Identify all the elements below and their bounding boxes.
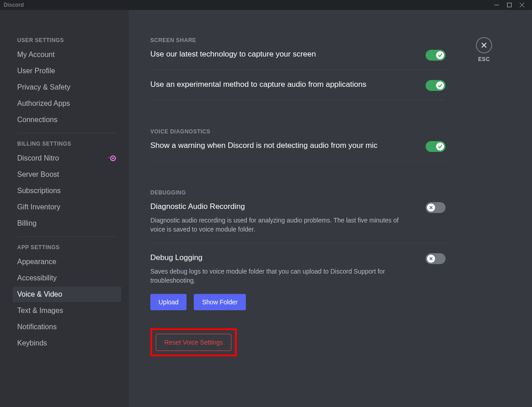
sidebar-item-keybinds[interactable]: Keybinds — [13, 336, 121, 351]
sidebar-item-label: Authorized Apps — [17, 99, 70, 108]
sidebar-item-user-profile[interactable]: User Profile — [13, 63, 121, 79]
nitro-badge-icon — [107, 155, 117, 161]
sidebar-item-label: Billing — [17, 219, 37, 228]
sidebar-item-label: Accessibility — [17, 274, 57, 283]
setting-debug-logging-title: Debug Logging — [150, 252, 415, 263]
sidebar-divider — [17, 237, 117, 237]
divider — [150, 161, 446, 161]
category-voice-diagnostics: VOICE DIAGNOSTICS — [150, 128, 446, 135]
sidebar-section-header-billing: BILLING SETTINGS — [17, 141, 117, 147]
window-maximize-button[interactable] — [503, 0, 516, 10]
divider — [150, 100, 446, 100]
divider — [150, 243, 446, 243]
sidebar-item-server-boost[interactable]: Server Boost — [13, 167, 121, 182]
sidebar-item-my-account[interactable]: My Account — [13, 47, 121, 62]
sidebar-item-accessibility[interactable]: Accessibility — [13, 270, 121, 286]
toggle-mic-warning[interactable] — [426, 141, 446, 152]
check-icon — [438, 83, 442, 88]
settings-content: SCREEN SHARE Use our latest technology t… — [129, 10, 464, 407]
titlebar: Discord — [0, 0, 532, 10]
minimize-icon — [494, 3, 499, 7]
setting-diagnostic-recording-desc: Diagnostic audio recording is used for a… — [150, 216, 415, 234]
svg-rect-0 — [508, 3, 512, 7]
check-icon — [438, 144, 442, 149]
sidebar-item-discord-nitro[interactable]: Discord Nitro — [13, 151, 121, 166]
sidebar-item-label: Voice & Video — [17, 290, 62, 299]
sidebar-item-connections[interactable]: Connections — [13, 112, 121, 128]
sidebar-item-privacy-safety[interactable]: Privacy & Safety — [13, 80, 121, 95]
svg-point-2 — [112, 157, 114, 159]
setting-experimental-audio-capture-title: Use an experimental method to capture au… — [150, 79, 366, 90]
window-minimize-button[interactable] — [490, 0, 503, 10]
app-brand: Discord — [4, 2, 24, 8]
sidebar-item-label: Text & Images — [17, 306, 63, 315]
setting-latest-capture-tech-title: Use our latest technology to capture you… — [150, 49, 316, 60]
reset-voice-settings-button[interactable]: Reset Voice Settings — [156, 334, 231, 351]
sidebar-item-label: Notifications — [17, 322, 57, 331]
sidebar-item-label: Privacy & Safety — [17, 83, 70, 92]
sidebar-item-label: My Account — [17, 50, 55, 59]
sidebar-item-label: Gift Inventory — [17, 203, 60, 212]
close-icon — [520, 3, 524, 7]
setting-mic-warning-title: Show a warning when Discord is not detec… — [150, 140, 378, 151]
reset-highlight-box: Reset Voice Settings — [150, 328, 237, 356]
check-icon — [438, 53, 442, 57]
x-icon — [429, 256, 433, 261]
setting-diagnostic-recording-title: Diagnostic Audio Recording — [150, 201, 415, 212]
close-settings-button[interactable] — [476, 37, 492, 53]
setting-debug-logging-desc: Saves debug logs to voice module folder … — [150, 267, 415, 285]
sidebar-item-label: Subscriptions — [17, 186, 61, 195]
show-folder-button[interactable]: Show Folder — [194, 294, 246, 310]
toggle-diagnostic-recording[interactable] — [426, 202, 446, 213]
sidebar-item-subscriptions[interactable]: Subscriptions — [13, 183, 121, 199]
sidebar-item-gift-inventory[interactable]: Gift Inventory — [13, 199, 121, 215]
sidebar-section-header-user: USER SETTINGS — [17, 37, 117, 43]
sidebar-item-label: Discord Nitro — [17, 154, 59, 163]
sidebar-item-appearance[interactable]: Appearance — [13, 254, 121, 270]
sidebar-item-label: Connections — [17, 115, 58, 124]
close-icon — [480, 42, 488, 49]
toggle-latest-capture-tech[interactable] — [426, 50, 446, 61]
settings-sidebar: USER SETTINGS My Account User Profile Pr… — [0, 10, 129, 407]
sidebar-item-text-images[interactable]: Text & Images — [13, 303, 121, 318]
divider — [150, 70, 446, 70]
sidebar-item-authorized-apps[interactable]: Authorized Apps — [13, 96, 121, 111]
sidebar-item-voice-video[interactable]: Voice & Video — [13, 287, 121, 302]
x-icon — [429, 205, 433, 210]
sidebar-divider — [17, 133, 117, 133]
toggle-experimental-audio-capture[interactable] — [426, 80, 446, 91]
sidebar-section-header-app: APP SETTINGS — [17, 244, 117, 251]
maximize-icon — [507, 3, 512, 7]
sidebar-item-notifications[interactable]: Notifications — [13, 319, 121, 335]
sidebar-item-label: Server Boost — [17, 170, 59, 179]
sidebar-item-label: Keybinds — [17, 339, 47, 348]
category-screen-share: SCREEN SHARE — [150, 37, 446, 43]
sidebar-item-label: User Profile — [17, 66, 55, 76]
sidebar-item-billing[interactable]: Billing — [13, 216, 121, 231]
sidebar-item-label: Appearance — [17, 257, 56, 266]
toggle-debug-logging[interactable] — [426, 253, 446, 264]
category-debugging: DEBUGGING — [150, 189, 446, 196]
close-settings-label: ESC — [478, 56, 490, 62]
upload-button[interactable]: Upload — [150, 294, 187, 310]
window-close-button[interactable] — [516, 0, 528, 10]
